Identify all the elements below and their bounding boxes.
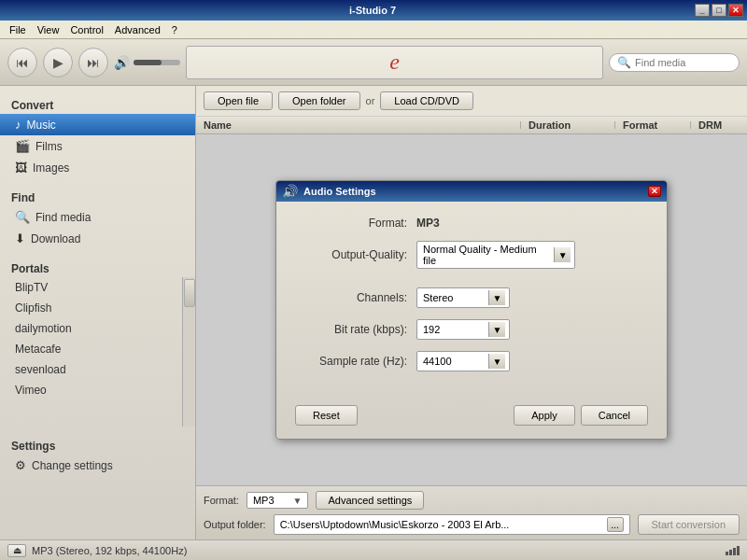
modal-quality-select[interactable]: Normal Quality - Medium file ▼ [416,241,575,269]
modal-format-label: Format: [295,217,416,230]
sidebar-item-changesettings[interactable]: ⚙ Change settings [0,455,195,476]
status-eject-icon[interactable]: ⏏ [7,544,26,557]
status-bar: ⏏ MP3 (Stereo, 192 kbps, 44100Hz) [0,539,747,560]
fast-forward-button[interactable]: ⏭ [78,48,108,77]
volume-icon: 🔊 [114,55,130,70]
find-section-title: Find [0,186,195,206]
open-file-button[interactable]: Open file [204,91,273,110]
output-browse-button[interactable]: ... [607,517,624,532]
menu-control[interactable]: Control [64,22,108,37]
modal-title-bar: 🔊 Audio Settings ✕ [276,181,667,202]
sidebar-item-download[interactable]: ⬇ Download [0,228,195,249]
menu-help[interactable]: ? [166,22,183,37]
search-input[interactable] [635,57,738,68]
menu-advanced[interactable]: Advanced [109,22,166,37]
portals-scroll-thumb[interactable] [184,279,195,307]
modal-channels-label: Channels: [295,291,416,304]
status-left: ⏏ MP3 (Stereo, 192 kbps, 44100Hz) [7,544,187,557]
table-content: 🔊 Audio Settings ✕ Format: MP3 [196,134,747,485]
bottom-bar: Format: MP3 ▼ Advanced settings Output f… [196,485,747,539]
signal-bar-2 [729,550,732,555]
sidebar-item-images-label: Images [33,161,69,175]
modal-quality-label: Output-Quality: [295,248,416,261]
sidebar-item-vimeo[interactable]: Vimeo [0,380,195,400]
modal-close-button[interactable]: ✕ [648,186,661,197]
modal-apply-button[interactable]: Apply [514,405,575,426]
file-ops-bar: Open file Open folder or Load CD/DVD [196,86,747,117]
findmedia-icon: 🔍 [15,210,30,224]
portals-section-title: Portals [0,257,195,277]
sidebar-item-clipfish[interactable]: Clipfish [0,298,195,318]
modal-samplerate-select[interactable]: 44100 ▼ [416,351,510,371]
modal-btn-group: Apply Cancel [514,405,648,426]
bottom-bar-row1: Format: MP3 ▼ Advanced settings [196,486,747,514]
sidebar: Convert ♪ Music 🎬 Films 🖼 Images Find 🔍 … [0,86,196,539]
volume-slider-track[interactable] [134,60,180,65]
modal-reset-button[interactable]: Reset [295,405,358,426]
close-button[interactable]: ✕ [728,4,743,17]
music-icon: ♪ [15,118,21,132]
modal-title: Audio Settings [303,186,376,197]
images-icon: 🖼 [15,161,27,175]
portals-scrollbar[interactable] [182,277,195,427]
or-text: or [366,95,375,106]
format-select[interactable]: MP3 ▼ [247,492,309,509]
sidebar-item-films-label: Films [35,140,63,153]
signal-bar-3 [733,548,736,555]
minimize-button[interactable]: _ [695,4,710,17]
modal-bitrate-value: 192 [423,324,440,335]
advanced-settings-button[interactable]: Advanced settings [316,491,424,510]
window-controls: _ □ ✕ [695,4,743,17]
modal-samplerate-arrow: ▼ [488,354,505,369]
maximize-button[interactable]: □ [712,4,726,17]
changesettings-label: Change settings [32,459,113,472]
sevenload-label: sevenload [15,363,66,376]
load-cd-button[interactable]: Load CD/DVD [380,91,473,110]
films-icon: 🎬 [15,139,30,153]
modal-bitrate-select[interactable]: 192 ▼ [416,319,510,340]
sidebar-item-images[interactable]: 🖼 Images [0,157,195,178]
bliptv-label: BlipTV [15,281,48,294]
modal-channels-row: Channels: Stereo ▼ [295,287,648,308]
main-layout: Convert ♪ Music 🎬 Films 🖼 Images Find 🔍 … [0,86,747,539]
signal-bars [726,546,740,555]
open-folder-button[interactable]: Open folder [278,91,359,110]
output-folder-label: Output folder: [204,519,266,530]
modal-channels-select[interactable]: Stereo ▼ [416,287,510,308]
modal-cancel-button[interactable]: Cancel [581,405,648,426]
modal-samplerate-value: 44100 [423,356,452,367]
col-header-format: Format [615,119,690,131]
settings-icon: ⚙ [15,458,26,472]
sidebar-item-metacafe[interactable]: Metacafe [0,339,195,359]
dailymotion-label: dailymotion [15,322,72,335]
sidebar-item-films[interactable]: 🎬 Films [0,135,195,157]
volume-slider-fill [134,60,162,65]
rewind-button[interactable]: ⏮ [7,48,37,77]
format-select-value: MP3 [253,495,275,506]
menu-view[interactable]: View [32,22,65,37]
sidebar-item-music[interactable]: ♪ Music [0,114,195,135]
modal-samplerate-label: Sample rate (Hz): [295,355,416,368]
sidebar-item-dailymotion[interactable]: dailymotion [0,318,195,339]
sidebar-item-sevenload[interactable]: sevenload [0,359,195,380]
sidebar-item-findmedia[interactable]: 🔍 Find media [0,206,195,228]
modal-bitrate-arrow: ▼ [488,322,505,337]
modal-overlay: 🔊 Audio Settings ✕ Format: MP3 [196,134,747,485]
modal-bitrate-label: Bit rate (kbps): [295,323,416,336]
logo: e [186,46,603,79]
clipfish-label: Clipfish [15,301,51,315]
sidebar-item-music-label: Music [27,119,56,132]
play-button[interactable]: ▶ [43,48,73,77]
modal-body: Format: MP3 Output-Quality: Normal Quali… [276,202,667,398]
modal-channels-arrow: ▼ [488,290,505,305]
modal-title-icon: 🔊 [282,184,298,199]
sidebar-item-bliptv[interactable]: BlipTV [0,277,195,298]
menu-file[interactable]: File [4,22,32,37]
modal-format-value: MP3 [416,217,440,230]
modal-bitrate-row: Bit rate (kbps): 192 ▼ [295,319,648,340]
col-header-duration: Duration [521,119,614,131]
search-box: 🔍 [609,53,740,72]
title-bar: i-Studio 7 _ □ ✕ [0,0,747,21]
start-conversion-button[interactable]: Start conversion [638,514,740,535]
download-icon: ⬇ [15,231,25,245]
